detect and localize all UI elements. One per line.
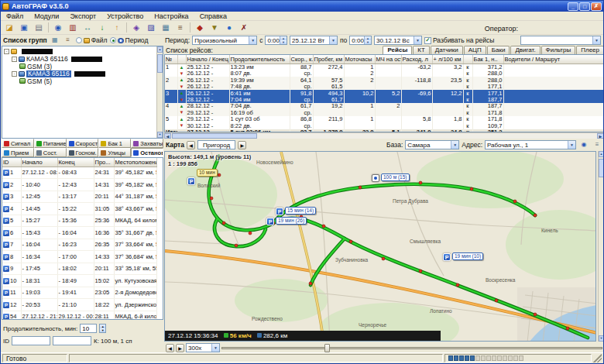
zoom-slider-track[interactable]: [221, 347, 602, 349]
chevron-down-icon[interactable]: ▼: [451, 141, 458, 149]
trips-row[interactable]: ▼26.12.12 -8:07 дв.ср.2к288,0: [165, 70, 603, 77]
trips-tab-4[interactable]: Баки: [487, 46, 510, 54]
filter-input[interactable]: [53, 336, 91, 345]
trips-row[interactable]: 4▲28.12.12 -7:04 дв.61,719,212к187,7: [165, 103, 603, 109]
from-time-spinner[interactable]: 0:00▲▼: [265, 36, 287, 45]
trips-row[interactable]: 1▲25.12.12 -13:23 им88,7272,41-63,23,2к3…: [165, 64, 603, 70]
trips-col-header[interactable]: Моточасы: [344, 55, 375, 64]
spinner-buttons[interactable]: ▲▼: [280, 36, 287, 44]
trips-row[interactable]: ▼30.12.12 -8:22 дв.ср.к109,7: [165, 122, 603, 129]
parking-marker[interactable]: P19 мин (10): [443, 253, 451, 261]
stop-row[interactable]: P7- 16:04- 16:2326:3537° 33,664' км, 55°: [2, 239, 156, 251]
operator-select[interactable]: ▼: [520, 36, 601, 45]
stop-row[interactable]: P8- 16:34- 17:0014:3337° 36,684' км, 55°…: [2, 251, 156, 263]
chart-button[interactable]: ▨: [144, 22, 158, 34]
trips-col-header[interactable]: Продолжительность: [229, 55, 290, 64]
groups-collapse-button[interactable]: ≡: [63, 36, 74, 45]
minimize-button[interactable]: _: [568, 2, 578, 11]
trips-col-header[interactable]: Скор., к..: [290, 55, 313, 64]
chart-tab-stops[interactable]: Остановки: [131, 148, 163, 157]
chart-tab-plate[interactable]: Госном.: [67, 148, 99, 157]
trips-col-header[interactable]: №: [165, 55, 177, 64]
exit-button[interactable]: ✗: [237, 22, 251, 34]
map-options-button[interactable]: ≡: [592, 140, 602, 149]
report-button[interactable]: ≡: [173, 22, 187, 34]
stops-col-header[interactable]: Начало: [21, 158, 57, 167]
close-button[interactable]: ✗: [591, 2, 602, 11]
stop-row[interactable]: P3- 12:45- 13:1720:1144° 31,187' км, 55°…: [2, 191, 156, 203]
trips-row[interactable]: ▼26.12.12 -7:48 дв.ср.61,5к177,1: [165, 84, 603, 90]
pan-right-button[interactable]: ▶: [176, 344, 184, 352]
stop-row[interactable]: P5427.12.12 - 21:3429.12.12 - 00:0028:11…: [2, 311, 156, 320]
base-select[interactable]: Самара▼: [405, 140, 459, 149]
tree-scrollbar[interactable]: ▲▼: [156, 46, 163, 138]
parking-marker[interactable]: P19 мин (26): [266, 218, 274, 225]
source-period-radio[interactable]: Период: [110, 36, 149, 44]
duration-input[interactable]: [80, 324, 97, 333]
chart-tab-power[interactable]: Питание: [34, 139, 67, 148]
stops-col-header[interactable]: ID: [2, 158, 21, 167]
tree-node-3[interactable]: -КАМАЗ 65116: [4, 70, 155, 78]
parking-marker[interactable]: P15 мин (14): [276, 208, 283, 215]
trips-col-header[interactable]: Бак 1, н..: [472, 55, 503, 64]
trips-col-header[interactable]: МЧ на ост.: [375, 55, 401, 64]
open-folder-button[interactable]: ◪: [2, 22, 16, 34]
tree-node-1[interactable]: -КАМАЗ 65116: [4, 56, 155, 64]
pan-left-button[interactable]: ◀: [166, 344, 174, 352]
source-file-radio[interactable]: Файл: [76, 36, 108, 44]
chart-tab-capture[interactable]: Захваты: [131, 139, 163, 148]
chevron-down-icon[interactable]: ▼: [249, 36, 256, 44]
scroll-thumb[interactable]: [172, 133, 257, 139]
zoom-slider-thumb[interactable]: [324, 344, 330, 352]
print-button[interactable]: ▤: [32, 22, 46, 34]
resize-grip[interactable]: [593, 354, 602, 362]
trips-tab-5[interactable]: Двигат.: [510, 46, 540, 54]
trips-tab-1[interactable]: КТ: [413, 46, 430, 54]
calendar-dropdown-icon[interactable]: ▼: [329, 36, 337, 44]
chart-tab-signal[interactable]: Сигнал: [2, 139, 34, 148]
to-time-spinner[interactable]: 0:00▲▼: [349, 36, 372, 45]
tree-node-4[interactable]: GSM (5): [4, 77, 155, 85]
trips-tab-2[interactable]: Датчики: [431, 46, 463, 54]
menu-item-1[interactable]: Модули: [29, 12, 64, 20]
map-button[interactable]: ◈: [129, 22, 143, 34]
trips-row[interactable]: 2▲26.12.12 -19:39 им64,157,52-118,823,5к…: [165, 77, 603, 83]
tree-node-0[interactable]: -: [4, 48, 155, 56]
from-date-select[interactable]: 25.12.12 Вт▼: [290, 36, 338, 45]
trips-table[interactable]: №Начало / КонецПродолжительностьСкор., к…: [165, 55, 604, 132]
calendar-dropdown-icon[interactable]: ▼: [414, 36, 421, 44]
id-input[interactable]: [12, 336, 50, 345]
stop-row[interactable]: P6- 15:43- 16:0416:3635° 31,667' дв, 55°: [2, 227, 156, 239]
scroll-right-icon[interactable]: ▶: [597, 133, 604, 139]
stop-row[interactable]: P12- 20:53- 21:1018:22ул. Дзержинского, …: [2, 299, 156, 311]
chart-tab-streets[interactable]: Улицы: [98, 148, 131, 157]
address-input[interactable]: Рабочая ул., 1▼: [485, 140, 576, 149]
to-date-select[interactable]: 30.12.12 Вс▼: [374, 36, 422, 45]
stop-row[interactable]: P10- 18:31- 18:4915:02ул. Кутузовская, 6…: [2, 275, 156, 287]
duration-spinner[interactable]: ▲▼: [99, 324, 106, 333]
spinner-buttons[interactable]: ▲▼: [364, 36, 371, 44]
parking-marker[interactable]: P: [187, 177, 195, 185]
road-sign-marker[interactable]: 100 м (15): [372, 174, 379, 182]
stops-col-header[interactable]: Конец: [57, 158, 94, 167]
trips-col-header[interactable]: [177, 55, 186, 64]
stop-row[interactable]: P2- 10:40- 12:4314:3139° 45,182' км, 54°…: [2, 179, 156, 191]
maximize-button[interactable]: □: [579, 2, 590, 11]
map-vscrollbar[interactable]: ▲▼: [598, 151, 604, 342]
trips-row[interactable]: ▼29.12.12 -16:19 обср.к171,8: [165, 109, 603, 115]
trips-tab-3[interactable]: АЦП: [464, 46, 486, 54]
chevron-down-icon[interactable]: ▼: [568, 141, 575, 149]
tree-expand-icon[interactable]: -: [12, 71, 17, 77]
stop-row[interactable]: P127.12.12 - 08:41- 08:4324:3139° 45,182…: [2, 167, 156, 179]
address-search-button[interactable]: ◉: [578, 140, 589, 149]
chevron-down-icon[interactable]: ▼: [592, 36, 600, 44]
menu-item-5[interactable]: Справка: [194, 12, 232, 20]
region-prev-button[interactable]: ◀: [187, 141, 195, 149]
stops-table[interactable]: IDНачалоКонецПро...МестоположениеP127.12…: [2, 158, 157, 320]
trips-tab-7[interactable]: Плеер: [576, 46, 604, 54]
stops-col-header[interactable]: Местоположение: [114, 158, 156, 167]
menu-item-2[interactable]: Экспорт: [64, 12, 101, 20]
tree-node-2[interactable]: GSM (3): [4, 63, 155, 70]
trips-tab-6[interactable]: Фильтры: [541, 46, 576, 54]
trips-col-header[interactable]: + л/100 км: [432, 55, 463, 64]
